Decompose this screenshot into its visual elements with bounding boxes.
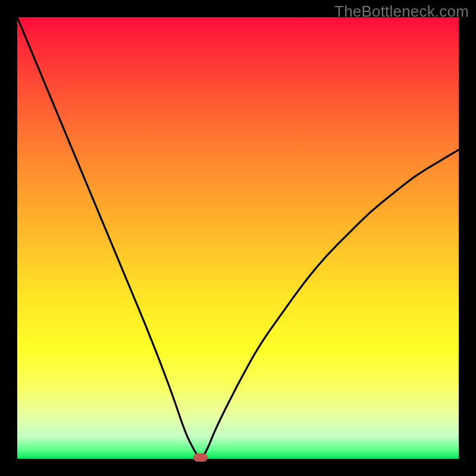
gradient-plot-area — [17, 17, 459, 459]
attribution-label: TheBottleneck.com — [334, 2, 469, 21]
optimal-marker — [193, 453, 208, 462]
